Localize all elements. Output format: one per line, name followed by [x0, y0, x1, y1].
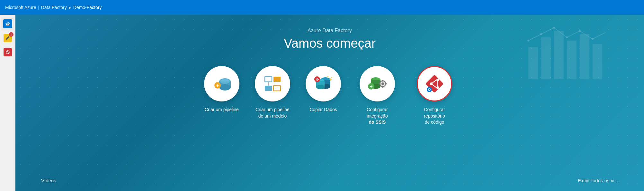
content-wrapper: Azure Data Factory Vamos começar [15, 15, 644, 126]
svg-rect-26 [265, 77, 272, 82]
svg-rect-28 [273, 77, 281, 82]
card-create-pipeline[interactable]: + Criar um pipeline [204, 66, 239, 113]
svg-text:✦: ✦ [326, 75, 329, 79]
svg-rect-54 [385, 83, 387, 84]
sidebar: 1 [0, 15, 15, 191]
svg-text:+: + [216, 82, 219, 88]
sidebar-item-home[interactable] [1, 17, 14, 30]
card-label-pipeline: Criar um pipeline [205, 107, 239, 113]
sidebar-item-author[interactable]: 1 [1, 32, 14, 44]
pencil-icon: 1 [4, 34, 12, 42]
card-create-from-template[interactable]: Criar um pipelinede um modelo [255, 66, 290, 119]
view-all-link[interactable]: Exibir todos os vi... [578, 178, 618, 183]
svg-point-57 [436, 79, 439, 81]
home-icon [3, 19, 12, 28]
card-circle-template [255, 66, 290, 101]
breadcrumb-azure-link[interactable]: Microsoft Azure [5, 5, 36, 10]
breadcrumb-pipe: | [38, 5, 39, 10]
svg-rect-4 [7, 24, 8, 25]
card-configure-repo[interactable]: Configurar repositóriode código [414, 66, 455, 126]
breadcrumb: Microsoft Azure | Data Factory ▶ Demo-Fa… [5, 5, 102, 10]
top-nav-bar: Microsoft Azure | Data Factory ▶ Demo-Fa… [0, 0, 644, 15]
svg-text:⟳: ⟳ [316, 78, 319, 81]
card-label-template: Criar um pipelinede um modelo [255, 107, 290, 119]
svg-point-50 [381, 82, 384, 85]
svg-rect-51 [382, 80, 383, 81]
page-title: Vamos começar [284, 36, 376, 51]
card-copy-data[interactable]: ⟳ ✦ ✦ ✦ Copiar Dados [306, 66, 341, 113]
svg-point-37 [316, 85, 325, 89]
svg-marker-1 [5, 22, 10, 24]
svg-text:+: + [370, 84, 372, 89]
svg-point-58 [436, 86, 439, 89]
card-label-copy: Copiar Dados [309, 107, 337, 113]
monitor-icon [4, 48, 12, 56]
svg-rect-2 [6, 24, 7, 25]
card-configure-ssis[interactable]: + Configurar integraçãodo SSIS [356, 66, 398, 126]
main-layout: 1 [0, 15, 644, 191]
svg-point-64 [429, 89, 430, 90]
breadcrumb-service-link[interactable]: Data Factory [41, 5, 67, 10]
svg-rect-53 [379, 83, 380, 84]
svg-text:✦: ✦ [331, 76, 333, 79]
bottom-row: Vídeos Exibir todos os vi... [41, 178, 618, 183]
svg-point-23 [220, 79, 229, 84]
page-subtitle: Azure Data Factory [308, 28, 352, 33]
card-circle-ssis: + [360, 66, 395, 101]
svg-rect-29 [265, 86, 272, 91]
author-badge: 1 [9, 32, 13, 37]
card-label-ssis: Configurar integraçãodo SSIS [356, 107, 398, 126]
svg-rect-3 [8, 24, 9, 25]
card-circle-repo [417, 66, 452, 101]
videos-link[interactable]: Vídeos [41, 178, 56, 183]
breadcrumb-arrow-icon: ▶ [69, 6, 71, 9]
breadcrumb-current-page: Demo-Factory [73, 5, 102, 10]
card-circle-pipeline: + [204, 66, 239, 101]
svg-point-22 [219, 84, 231, 91]
card-circle-copy: ⟳ ✦ ✦ ✦ [306, 66, 341, 101]
sidebar-item-monitor[interactable] [1, 46, 14, 59]
action-cards-row: + Criar um pipeline [204, 66, 455, 126]
svg-rect-27 [273, 86, 281, 91]
card-label-repo: Configurar repositóriode código [414, 107, 455, 126]
main-content-area: Azure Data Factory Vamos começar [15, 15, 644, 191]
svg-rect-52 [382, 86, 383, 88]
